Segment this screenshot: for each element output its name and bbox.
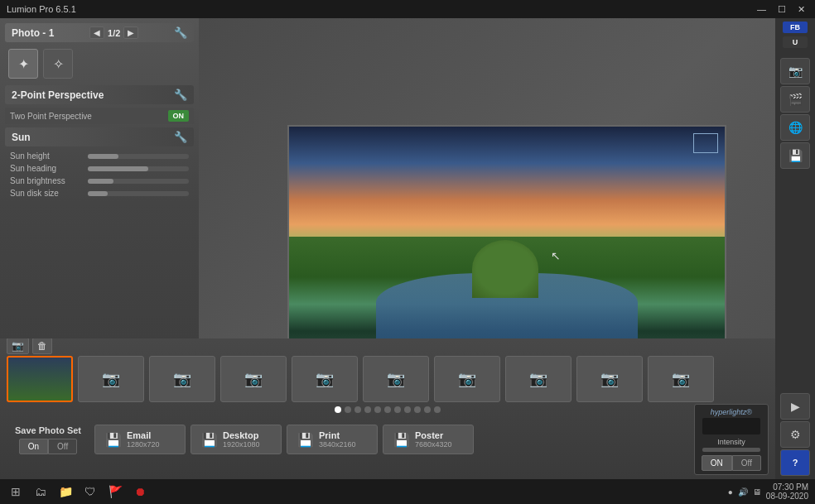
filmstrip: 📷 🗑 📷 📷 📷 📷 📷 📷 📷 📷 📷 (0, 338, 775, 405)
sun-brightness-row: Sun brightness (5, 175, 194, 187)
perspective-toggle-state[interactable]: ON (168, 110, 190, 122)
sparkle2-effect-button[interactable]: ✧ (43, 49, 73, 79)
photo-title: Photo - 1 (12, 27, 54, 39)
save-off-button[interactable]: Off (48, 439, 77, 454)
taskbar-volume-icon[interactable]: 🔊 (738, 487, 748, 497)
poster-export-text: Poster 7680x4320 (415, 430, 452, 449)
sun-height-label: Sun height (10, 151, 84, 161)
help-rt-button[interactable]: ? (780, 449, 810, 476)
print-export-label: Print (319, 430, 356, 440)
bottom-controls: Save Photo Set On Off 💾 Email 1280x720 💾… (0, 415, 775, 464)
film-thumb-active[interactable] (7, 356, 73, 402)
sun-settings-icon[interactable]: 🔧 (174, 131, 187, 143)
viewport-canvas[interactable]: ↖ (287, 125, 726, 373)
task-view-button[interactable]: 🗂 (31, 482, 50, 501)
film-thumb-8[interactable]: 📷 (576, 356, 643, 402)
print-export-text: Print 3840x2160 (319, 430, 356, 449)
film-thumb-7[interactable]: 📷 (505, 356, 571, 402)
taskbar-clock: 07:30 PM 08-09-2020 (766, 482, 808, 501)
poster-export-button[interactable]: 💾 Poster 7680x4320 (383, 425, 474, 454)
email-export-button[interactable]: 💾 Email 1280x720 (94, 425, 186, 454)
minimize-button[interactable]: — (754, 4, 769, 15)
perspective-settings-icon[interactable]: 🔧 (174, 89, 187, 101)
taskbar-status-icon: ● (728, 487, 733, 497)
taskbar-right: ● 🔊 🖥 07:30 PM 08-09-2020 (728, 482, 808, 501)
file-explorer-button[interactable]: 📁 (56, 482, 75, 501)
settings-rt-button[interactable]: ⚙ (780, 421, 810, 448)
dot-5[interactable] (374, 406, 381, 413)
dot-4[interactable] (364, 406, 371, 413)
dot-1[interactable] (335, 406, 341, 413)
play-rt-button[interactable]: ▶ (780, 393, 810, 420)
close-button[interactable]: ✕ (794, 4, 808, 15)
desktop-export-icon: 💾 (201, 432, 218, 448)
record-button[interactable]: ⏺ (131, 482, 149, 501)
bottom-area: 📷 🗑 📷 📷 📷 📷 📷 📷 📷 📷 📷 (0, 338, 775, 479)
camera-snap-button[interactable]: 📷 (7, 338, 29, 354)
photo-section-header: Photo - 1 ◀ 1/2 ▶ 🔧 (5, 23, 194, 42)
right-toolbar: FB U 📷 🎬 🌐 💾 ▶ ⚙ ? (775, 18, 815, 479)
thumb-action-icons: 📷 🗑 (7, 338, 52, 354)
sun-disk-size-slider[interactable] (88, 191, 189, 196)
shield-button[interactable]: 🛡 (81, 482, 99, 501)
dot-10[interactable] (424, 406, 431, 413)
sparkle-effect-button[interactable]: ✦ (8, 49, 38, 79)
intensity-off-button[interactable]: Off (732, 455, 761, 471)
taskbar: ⊞ 🗂 📁 🛡 🚩 ⏺ ● 🔊 🖥 07:30 PM 08-09-2020 (0, 479, 815, 504)
flag-button[interactable]: 🚩 (106, 482, 124, 501)
photo-settings-icon[interactable]: 🔧 (174, 26, 187, 39)
dot-3[interactable] (354, 406, 361, 413)
print-export-icon: 💾 (297, 432, 314, 448)
save-on-button[interactable]: On (19, 439, 48, 454)
nav-next-button[interactable]: ▶ (123, 26, 138, 39)
dot-8[interactable] (404, 406, 411, 413)
dot-6[interactable] (384, 406, 391, 413)
email-export-text: Email 1280x720 (127, 430, 160, 449)
film-rt-button[interactable]: 🎬 (780, 86, 810, 113)
dot-9[interactable] (414, 406, 421, 413)
sun-height-slider[interactable] (88, 154, 189, 159)
sun-heading-label: Sun heading (10, 164, 84, 173)
dot-11[interactable] (434, 406, 441, 413)
dot-2[interactable] (345, 406, 351, 413)
u-badge: U (783, 36, 808, 48)
taskbar-display-icon[interactable]: 🖥 (753, 487, 761, 497)
desktop-export-button[interactable]: 💾 Desktop 1920x1080 (190, 425, 282, 454)
film-thumb-3[interactable]: 📷 (220, 356, 287, 402)
save-on-off-buttons: On Off (19, 439, 78, 454)
intensity-slider[interactable] (702, 448, 760, 452)
maximize-button[interactable]: ☐ (774, 4, 789, 15)
start-button[interactable]: ⊞ (7, 482, 25, 501)
nav-page: 1/2 (108, 28, 120, 38)
film-thumb-9[interactable]: 📷 (648, 356, 714, 402)
scene-sky (289, 127, 725, 249)
photo-nav: ◀ 1/2 ▶ (89, 26, 138, 39)
film-thumb-4[interactable]: 📷 (292, 356, 358, 402)
sliders-container: Sun height Sun heading Sun brightness Su… (5, 150, 194, 199)
hyperlightz-logo-area (702, 418, 760, 434)
save-rt-button[interactable]: 💾 (780, 142, 810, 169)
globe-rt-button[interactable]: 🌐 (780, 114, 810, 141)
intensity-on-button[interactable]: ON (702, 455, 732, 471)
active-thumb-container: 📷 🗑 (7, 356, 73, 402)
perspective-section-header: 2-Point Perspective 🔧 (5, 85, 194, 104)
nav-prev-button[interactable]: ◀ (89, 26, 104, 39)
sun-title: Sun (12, 132, 31, 143)
sun-heading-slider[interactable] (88, 166, 189, 171)
delete-thumb-button[interactable]: 🗑 (32, 338, 52, 354)
sun-brightness-slider[interactable] (88, 179, 189, 184)
film-thumb-2[interactable]: 📷 (149, 356, 215, 402)
film-thumb-5[interactable]: 📷 (363, 356, 429, 402)
dot-7[interactable] (394, 406, 401, 413)
intensity-on-off: ON Off (702, 455, 761, 471)
film-thumb-1[interactable]: 📷 (78, 356, 144, 402)
camera-rt-button[interactable]: 📷 (780, 58, 810, 84)
save-photo-set-section: Save Photo Set On Off (7, 425, 89, 454)
email-export-res: 1280x720 (127, 440, 160, 449)
print-export-button[interactable]: 💾 Print 3840x2160 (287, 425, 378, 454)
filmstrip-dots (0, 405, 775, 415)
taskbar-date-label: 08-09-2020 (766, 492, 808, 501)
film-thumb-6[interactable]: 📷 (434, 356, 500, 402)
intensity-label: Intensity (717, 438, 745, 446)
effect-icons-row: ✦ ✧ (5, 46, 194, 82)
